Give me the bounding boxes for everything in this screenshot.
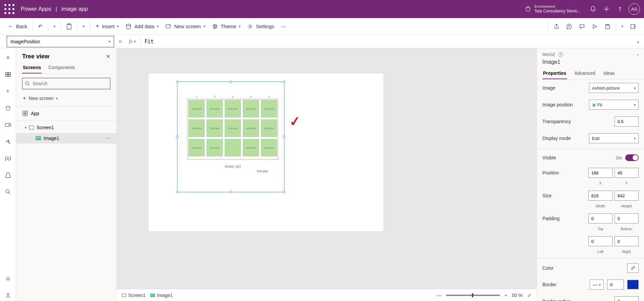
theme-button[interactable]: Theme▾ — [209, 21, 244, 32]
svg-rect-21 — [606, 24, 608, 26]
tab-screens[interactable]: Screens — [22, 62, 42, 73]
data-rail-icon[interactable] — [3, 103, 13, 113]
expand-formula-icon[interactable]: ▾ — [632, 39, 644, 45]
border-style-dropdown[interactable]: — ▾ — [590, 280, 604, 290]
tree-view-icon[interactable] — [3, 69, 13, 80]
tree-search[interactable] — [22, 78, 110, 89]
position-y-input[interactable] — [614, 168, 639, 178]
svg-point-8 — [12, 12, 14, 14]
undo-button[interactable]: ↶ — [35, 21, 46, 32]
comments-button[interactable] — [576, 21, 588, 32]
undo-chevron[interactable]: ▾ — [50, 22, 59, 30]
ask-rail-icon[interactable] — [3, 290, 13, 301]
more-button[interactable]: ⋯ — [278, 21, 289, 32]
visible-toggle[interactable] — [625, 154, 639, 161]
formula-input[interactable] — [143, 37, 632, 47]
tab-components[interactable]: Components — [48, 62, 75, 73]
padding-bottom-input[interactable] — [614, 213, 639, 223]
env-label: Environment — [534, 4, 581, 9]
fit-screen-button[interactable]: ⤢ — [527, 293, 531, 298]
tests-rail-icon[interactable] — [3, 170, 13, 181]
app-title: Power Apps | image app — [21, 6, 88, 12]
border-width-input[interactable] — [607, 280, 624, 290]
environment-button[interactable]: Environment Tata Consultancy Servic... — [525, 4, 581, 14]
settings-button[interactable]: Settings — [244, 21, 277, 32]
color-picker-button[interactable] — [627, 263, 639, 273]
insert-button[interactable]: +Insert▾ — [92, 21, 122, 32]
share-button[interactable] — [550, 21, 563, 32]
chevron-down-icon[interactable]: ▾ — [25, 126, 26, 130]
notifications-icon[interactable] — [586, 2, 600, 16]
image-selection[interactable]: 12345 Grid-itemGrid-itemGrid-itemGrid-it… — [177, 82, 284, 192]
variables-rail-icon[interactable]: (x) — [3, 153, 13, 164]
settings-icon[interactable] — [600, 2, 613, 16]
breadcrumb-screen[interactable]: Screen1 — [122, 293, 146, 298]
breadcrumb-image[interactable]: Image1 — [150, 293, 173, 298]
back-button[interactable]: ←Back — [5, 21, 31, 32]
zoom-out-button[interactable]: — — [437, 293, 441, 298]
chevron-right-icon[interactable]: › — [637, 52, 639, 57]
image-label: Image — [542, 85, 586, 91]
new-screen-tree-button[interactable]: +New screen▾ — [22, 93, 110, 103]
formula-bar: ImagePosition▾ = fx▾ ▾ — [0, 35, 644, 48]
more-icon[interactable]: ⋯ — [106, 136, 110, 141]
image-dropdown[interactable]: Ashish-picture▾ — [589, 83, 639, 93]
save-button[interactable] — [601, 21, 614, 32]
hamburger-icon[interactable]: ≡ — [3, 52, 13, 63]
display-mode-label: Display mode — [542, 136, 586, 141]
tree-item-image1[interactable]: Image1 ⋯ — [16, 133, 116, 144]
transparency-input[interactable] — [614, 116, 639, 127]
status-bar: Screen1 Image1 — + 50 % ⤢ — [117, 289, 537, 301]
add-data-button[interactable]: Add data▾ — [122, 21, 162, 32]
property-dropdown[interactable]: ImagePosition▾ — [7, 36, 114, 47]
save-chevron[interactable]: ▾ — [618, 22, 627, 30]
canvas[interactable]: 12345 Grid-itemGrid-itemGrid-itemGrid-it… — [117, 48, 537, 301]
image-position-label: Image position — [542, 102, 586, 107]
image-position-dropdown[interactable]: ▣ Fit▾ — [589, 100, 639, 110]
display-mode-dropdown[interactable]: Edit▾ — [589, 133, 639, 143]
help-circle-icon[interactable]: ? — [558, 52, 563, 57]
flows-rail-icon[interactable] — [3, 136, 13, 147]
position-x-input[interactable] — [588, 168, 612, 178]
checker-button[interactable] — [563, 21, 576, 32]
control-name: Image1 — [537, 59, 644, 68]
publish-button[interactable] — [627, 21, 639, 32]
border-color-swatch[interactable] — [627, 280, 639, 289]
tree-item-app[interactable]: App — [16, 108, 116, 119]
artboard[interactable]: 12345 Grid-itemGrid-itemGrid-itemGrid-it… — [149, 73, 383, 231]
user-avatar[interactable]: AG — [629, 3, 640, 15]
border-radius-input[interactable] — [614, 296, 639, 301]
tab-advanced[interactable]: Advanced — [574, 68, 596, 79]
media-rail-icon[interactable] — [3, 119, 13, 130]
tab-properties[interactable]: Properties — [542, 68, 567, 79]
svg-rect-28 — [5, 123, 9, 127]
width-input[interactable] — [588, 191, 612, 201]
toolbar: ←Back ↶ ▾ ▾ +Insert▾ Add data▾ New scree… — [0, 18, 644, 35]
paste-button[interactable] — [63, 21, 75, 32]
padding-top-input[interactable] — [588, 213, 612, 223]
height-input[interactable] — [614, 191, 639, 201]
paste-chevron[interactable]: ▾ — [79, 22, 88, 30]
close-icon[interactable]: ✕ — [106, 53, 110, 60]
padding-left-input[interactable] — [588, 236, 612, 246]
svg-point-19 — [250, 26, 251, 27]
new-screen-button[interactable]: New screen▾ — [162, 21, 208, 32]
insert-rail-icon[interactable]: + — [3, 86, 13, 97]
settings-rail-icon[interactable] — [3, 273, 13, 284]
svg-point-4 — [8, 8, 10, 10]
tree-item-screen1[interactable]: ▾ Screen1 — [16, 122, 116, 133]
search-rail-icon[interactable] — [3, 187, 13, 197]
tab-ideas[interactable]: Ideas — [603, 68, 615, 79]
zoom-in-button[interactable]: + — [504, 293, 507, 298]
help-icon[interactable] — [613, 2, 627, 16]
tree-panel: Tree view ✕ Screens Components +New scre… — [16, 48, 117, 301]
product-name: Power Apps — [21, 6, 51, 12]
zoom-slider[interactable] — [446, 295, 500, 296]
padding-right-input[interactable] — [614, 236, 639, 246]
preview-button[interactable] — [588, 21, 601, 32]
fx-button[interactable]: fx▾ — [129, 39, 136, 44]
svg-point-31 — [7, 294, 9, 295]
new-screen-icon — [165, 23, 171, 30]
waffle-icon[interactable] — [4, 4, 15, 14]
tree-search-input[interactable] — [33, 81, 107, 86]
